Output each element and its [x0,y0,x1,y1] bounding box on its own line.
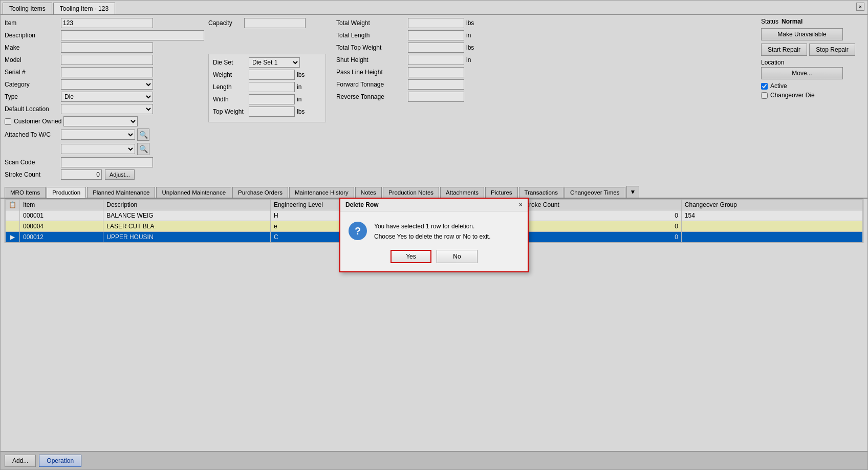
modal-title: Delete Row [345,201,379,208]
modal-title-bar: Delete Row × [340,199,528,211]
delete-row-dialog: Delete Row × ? You have selected 1 row f… [339,198,529,272]
modal-question-icon: ? [349,222,367,240]
modal-overlay: Delete Row × ? You have selected 1 row f… [1,1,867,469]
yes-button[interactable]: Yes [390,250,431,263]
modal-buttons: Yes No [340,250,528,271]
modal-message-line1: You have selected 1 row for deletion. [374,222,490,231]
main-window: Tooling Items Tooling Item - 123 × Item … [0,0,868,470]
content-area: Item Description Make Model Serial # [1,15,867,264]
modal-message-line2: Choose Yes to delete the row or No to ex… [374,232,490,242]
modal-close-button[interactable]: × [519,201,523,208]
no-button[interactable]: No [437,250,478,263]
modal-body: ? You have selected 1 row for deletion. … [340,211,528,249]
modal-message: You have selected 1 row for deletion. Ch… [374,222,490,241]
